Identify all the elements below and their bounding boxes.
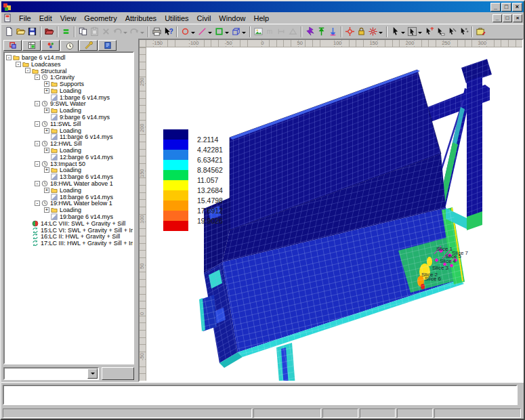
selection-dropdown[interactable] [3, 367, 99, 380]
expand-icon[interactable]: + [44, 207, 49, 213]
expand-icon[interactable]: + [44, 108, 49, 113]
tree-item[interactable]: +Supports [44, 81, 133, 87]
collapse-icon[interactable]: - [16, 62, 21, 67]
tree-item[interactable]: -13:Impact 50 [35, 161, 133, 167]
select-cursor-icon[interactable] [390, 26, 401, 37]
tree-item[interactable]: +Loading [44, 107, 133, 114]
menu-window[interactable]: Window [215, 14, 249, 23]
tree-item[interactable]: 1:barge 6 v14.mys [51, 94, 133, 101]
tab-groups[interactable] [22, 40, 41, 51]
tree-item[interactable]: 16:LC II: HWL + Gravity + Sill [32, 234, 133, 240]
select-box-cursor-dropdown[interactable] [418, 32, 422, 36]
collapse-icon[interactable]: - [35, 161, 40, 167]
menu-attributes[interactable]: Attributes [121, 14, 161, 23]
point-tool-icon[interactable] [180, 26, 191, 37]
image-tool-icon[interactable] [253, 26, 264, 37]
tree-item[interactable]: +Loading [44, 207, 133, 213]
collapse-icon[interactable]: - [35, 101, 40, 106]
tab-reports[interactable] [98, 40, 117, 51]
copy-icon[interactable] [77, 26, 89, 37]
menu-geometry[interactable]: Geometry [80, 14, 121, 23]
tree-item[interactable]: +Loading [44, 87, 133, 94]
line-tool-icon[interactable] [196, 26, 208, 37]
equivalence-icon[interactable] [60, 26, 72, 37]
child-minimize-button[interactable]: _ [492, 14, 502, 22]
surface-tool-dropdown[interactable] [225, 32, 229, 36]
select-add-cursor-icon[interactable] [423, 26, 435, 37]
collapse-icon[interactable]: - [6, 55, 12, 60]
loading-tool-icon[interactable] [287, 26, 299, 37]
select-cursor-dropdown[interactable] [401, 32, 405, 36]
undo-dropdown[interactable] [123, 32, 127, 36]
close-button[interactable]: × [512, 3, 522, 12]
undo-icon[interactable] [112, 26, 123, 37]
model-viewport[interactable]: 2.21144.422816.634218.8456211.05713.2684… [146, 47, 522, 381]
tree-item[interactable]: 19:barge 6 v14.mys [51, 213, 133, 220]
collapse-icon[interactable]: - [35, 181, 40, 186]
collapse-icon[interactable]: - [35, 121, 40, 127]
tree-item[interactable]: -18:HWL Water above 1 [35, 180, 133, 187]
paste-icon[interactable] [89, 26, 100, 37]
support-tool-icon[interactable] [276, 26, 287, 37]
tab-loadcases[interactable] [60, 40, 79, 51]
open-file-icon[interactable] [15, 26, 26, 37]
menu-edit[interactable]: Edit [35, 14, 56, 23]
print-icon[interactable] [151, 26, 163, 37]
lock-tool-icon[interactable] [356, 26, 367, 37]
save-file-icon[interactable] [26, 26, 38, 37]
tree-item[interactable]: 13:barge 6 v14.mys [51, 173, 133, 180]
tree-item[interactable]: +Loading [44, 167, 133, 174]
tree-item[interactable]: 9:barge 6 v14.mys [51, 114, 133, 121]
redo-icon[interactable] [129, 26, 140, 37]
restore-button[interactable]: □ [501, 3, 511, 12]
tree-item[interactable]: -11:SWL Sill [35, 121, 133, 127]
tree-item[interactable]: -1:Gravity [35, 74, 133, 81]
tab-attributes[interactable] [41, 40, 60, 51]
collapse-icon[interactable]: - [25, 68, 30, 73]
line-tool-dropdown[interactable] [208, 32, 212, 36]
context-help-icon[interactable]: ? [163, 26, 174, 37]
menu-file[interactable]: File [15, 14, 35, 23]
select-drag-cursor-icon[interactable] [435, 26, 446, 37]
point-tool-dropdown[interactable] [191, 32, 195, 36]
menu-view[interactable]: View [56, 14, 81, 23]
tree-item[interactable]: -19:HWL Water below 1 [35, 201, 133, 207]
collapse-icon[interactable]: - [35, 201, 40, 206]
menu-utilities[interactable]: Utilities [161, 14, 192, 23]
tree-item[interactable]: 14:LC VIII: SWL + Gravity + Sill [32, 220, 133, 227]
tab-utilities[interactable] [79, 40, 98, 51]
tree-item[interactable]: +Loading [44, 127, 133, 134]
solve-icon[interactable] [304, 26, 316, 37]
tree-item[interactable]: -Structural [25, 68, 133, 75]
expand-icon[interactable]: + [44, 88, 49, 93]
expand-icon[interactable]: + [44, 81, 49, 87]
loadcases-tree[interactable]: -barge 6 v14.mdl-Loadcases-Structural-1:… [3, 51, 134, 364]
collapse-icon[interactable]: - [35, 141, 40, 146]
properties-tool-icon[interactable] [475, 26, 486, 37]
select-line-cursor-icon[interactable] [446, 26, 458, 37]
dump-results-icon[interactable] [327, 26, 339, 37]
select-box-cursor-icon[interactable] [406, 26, 418, 37]
volume-tool-dropdown[interactable] [242, 32, 246, 36]
tree-item[interactable]: 11:barge 6 v14.mys [51, 134, 133, 141]
tree-item[interactable]: -Loadcases [16, 61, 133, 68]
tree-item[interactable]: +Loading [44, 147, 133, 154]
fetch-results-icon[interactable] [316, 26, 327, 37]
target-tool-icon[interactable] [344, 26, 356, 37]
surface-tool-icon[interactable] [213, 26, 225, 37]
tree-item[interactable]: -9:SWL Water [35, 101, 133, 108]
select-node-cursor-icon[interactable] [458, 26, 469, 37]
delete-icon[interactable] [100, 26, 112, 37]
menu-help[interactable]: Help [249, 14, 273, 23]
minimize-button[interactable]: _ [490, 3, 501, 12]
volume-tool-icon[interactable] [230, 26, 242, 37]
tree-item[interactable]: 17:LC III: HWL + Gravity + Sill + Impact [32, 240, 133, 247]
expand-icon[interactable]: + [44, 148, 49, 153]
specify-button[interactable] [102, 367, 134, 380]
tree-item[interactable]: 12:barge 6 v14.mys [51, 154, 133, 161]
child-close-button[interactable]: × [513, 14, 522, 22]
tree-item[interactable]: 15:LC VI: SWL + Gravity + Sill + Impact [32, 227, 133, 234]
tree-item[interactable]: -12:HWL Sill [35, 140, 133, 147]
chevron-down-icon[interactable] [87, 369, 98, 379]
tree-item[interactable]: +Loading [44, 187, 133, 194]
